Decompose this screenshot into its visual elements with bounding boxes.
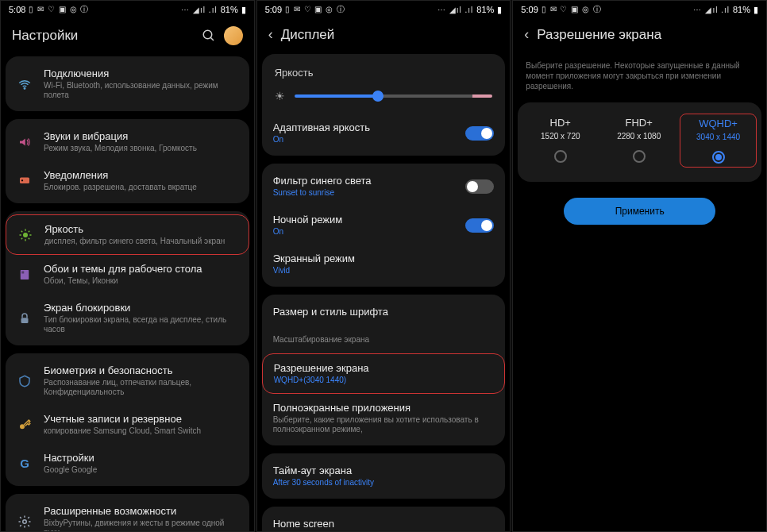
resolution-options: HD+ 1520 x 720 FHD+ 2280 x 1080 WQHD+ 30… [518,102,761,182]
item-sub: Тип блокировки экрана, всегда на дисплее… [44,315,238,334]
resolution-name: HD+ [524,117,596,129]
back-icon[interactable]: ‹ [268,26,273,43]
status-time: 5:09 [265,5,282,14]
battery-icon: ▮ [241,5,246,15]
svg-point-5 [23,233,28,237]
item-title: Яркость [44,223,237,235]
display-item[interactable]: Экранный режимVivid [262,245,506,283]
item-title: Размер и стиль шрифта [273,306,495,318]
display-item[interactable]: Home screen [262,510,506,531]
brightness-slider[interactable] [295,94,493,98]
phone-resolution: 5:09 ▯ ✉ ♡ ▣ ◎ ⓘ ⋯ ◢ıl .ıl 81% ▮ ‹ Разре… [512,0,767,532]
page-title: Дисплей [281,27,499,43]
status-more-icon: ⋯ [181,6,190,14]
radio-button[interactable] [633,150,646,163]
lock-icon [17,310,33,326]
display-item[interactable]: Ночной режимOn [262,206,506,245]
item-body: Размер и стиль шрифта [273,306,495,319]
item-title: Тайм-аут экрана [273,465,495,476]
item-sub: Sunset to sunrise [273,188,455,198]
svg-point-4 [21,179,23,181]
slider-thumb[interactable] [372,91,384,102]
status-battery: 81% [221,5,238,14]
status-bar: 5:09 ▯ ✉ ♡ ▣ ◎ ⓘ ⋯ ◢ıl .ıl 81% ▮ [513,1,766,18]
display-item[interactable]: Разрешение экранаWQHD+(3040 1440) [262,353,506,394]
item-body: Яркость дисплея, фильтр синего света, На… [44,223,237,246]
apply-button[interactable]: Применить [564,198,715,225]
item-title: Разрешение экрана [274,362,494,374]
item-title: Фильтр синего света [273,175,455,187]
item-sub: On [273,135,455,145]
settings-item[interactable]: Экран блокировки Тип блокировки экрана, … [6,294,249,342]
radio-button[interactable] [712,151,725,164]
radio-button[interactable] [554,150,567,163]
resolution-option[interactable]: HD+ 1520 x 720 [522,114,598,168]
settings-item[interactable]: Звуки и вибрация Режим звука, Мелодия зв… [6,122,249,161]
back-icon[interactable]: ‹ [524,26,529,43]
item-body: Тайм-аут экранаAfter 30 seconds of inact… [273,465,495,488]
settings-item[interactable]: G Настройки Google Google [6,444,249,483]
item-title: Экран блокировки [44,302,238,314]
brightness-slider-row: ☀ [262,83,506,114]
item-sub: копирование Samsung Cloud, Smart Switch [44,426,238,436]
display-item[interactable]: Адаптивная яркостьOn [262,114,506,152]
display-section-2: Фильтр синего светаSunset to sunrise Ноч… [262,164,506,287]
status-battery: 81% [733,5,750,14]
settings-item[interactable]: Уведомления Блокиров. разрешена, достава… [6,161,249,200]
display-item[interactable]: Тайм-аут экранаAfter 30 seconds of inact… [262,457,506,495]
status-more-icon: ⋯ [693,6,702,14]
page-title: Разрешение экрана [537,27,755,43]
item-title: Экранный режим [273,253,495,264]
settings-section: Биометрия и безопасность Распознавание л… [6,353,249,486]
item-body: Обои и темы для рабочего стола Обои, Тем… [44,263,238,286]
status-time: 5:09 [521,5,538,14]
toggle-switch[interactable] [465,218,494,233]
settings-item[interactable]: Расширенные возможности BixbyРутины, дви… [6,497,249,531]
settings-item[interactable]: Учетные записи и резервное копирование S… [6,405,249,444]
item-title: Полноэкранные приложения [273,402,495,414]
item-body: Разрешение экранаWQHD+(3040 1440) [274,362,494,385]
brightness-heading: Яркость [262,57,506,83]
resolution-content: Выберите разрешение. Некоторые запущенны… [513,54,766,225]
resolution-name: WQHD+ [682,118,754,129]
svg-line-1 [210,37,214,40]
settings-list: Подключения Wi-Fi, Bluetooth, использова… [1,56,254,531]
sound-icon [17,134,33,150]
item-sub: дисплея, фильтр синего света, Начальный … [44,237,237,246]
item-body: Экранный режимVivid [273,253,495,276]
status-notif-icons: ▯ ✉ ♡ ▣ ◎ ⓘ [285,4,345,15]
settings-item[interactable]: Обои и темы для рабочего стола Обои, Тем… [6,255,249,294]
toggle-switch[interactable] [465,179,494,194]
item-sub: Распознавание лиц, отпечатки пальцев, Ко… [44,378,238,397]
status-battery: 81% [476,5,494,14]
item-sub: Vivid [273,266,495,276]
resolution-option[interactable]: WQHD+ 3040 x 1440 [680,114,757,168]
bio-icon [17,373,33,389]
settings-item[interactable]: Биометрия и безопасность Распознавание л… [6,357,249,405]
svg-point-18 [23,519,27,523]
display-item[interactable]: Полноэкранные приложенияВыберите, какие … [262,394,506,442]
item-title: Home screen [273,518,495,530]
settings-item[interactable]: Яркость дисплея, фильтр синего света, На… [6,214,249,255]
phone-settings-main: 5:08 ▯ ✉ ♡ ▣ ◎ ⓘ ⋯ ◢ıl .ıl 81% ▮ Настрой… [0,0,255,532]
toggle-switch[interactable] [465,126,494,141]
display-item[interactable]: Фильтр синего светаSunset to sunrise [262,167,506,206]
item-sub: After 30 seconds of inactivity [273,478,495,488]
item-title: Масштабирование экрана [273,335,495,344]
item-sub: Режим звука, Мелодия звонка, Громкость [44,144,238,153]
phone-display-settings: 5:09 ▯ ✉ ♡ ▣ ◎ ⓘ ⋯ ◢ıl .ıl 81% ▮ ‹ Диспл… [256,0,511,532]
display-item[interactable]: Масштабирование экрана [262,327,506,353]
item-body: Экран блокировки Тип блокировки экрана, … [44,302,238,334]
item-title: Учетные записи и резервное [44,413,238,425]
theme-icon [17,267,33,283]
settings-section: Расширенные возможности BixbyРутины, дви… [6,494,249,531]
display-item[interactable]: Размер и стиль шрифта [262,298,506,327]
search-icon[interactable] [202,29,216,43]
item-sub: Блокиров. разрешена, доставать вкратце [44,183,238,192]
resolution-header: ‹ Разрешение экрана [513,18,766,54]
item-title: Обои и темы для рабочего стола [44,263,238,275]
settings-item[interactable]: Подключения Wi-Fi, Bluetooth, использова… [6,60,249,108]
avatar[interactable] [224,26,243,45]
item-title: Подключения [44,67,238,79]
resolution-option[interactable]: FHD+ 2280 x 1080 [601,114,676,168]
